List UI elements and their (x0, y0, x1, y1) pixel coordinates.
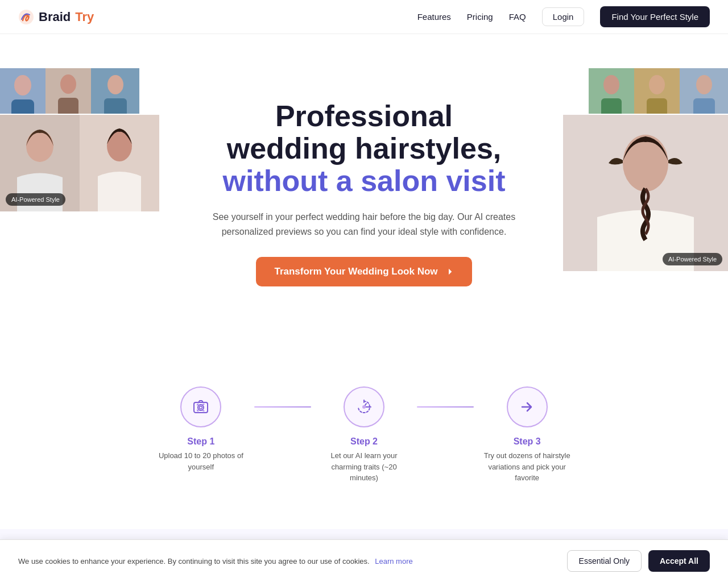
step-1-desc: Upload 10 to 20 photos of yourself (155, 450, 246, 472)
svg-rect-6 (58, 98, 78, 114)
svg-rect-9 (104, 98, 127, 114)
login-button[interactable]: Login (542, 7, 585, 26)
left-photo-3 (91, 68, 139, 114)
svg-point-2 (14, 75, 31, 95)
hero-cta-button[interactable]: Transform Your Wedding Look Now (256, 257, 471, 286)
essential-only-button[interactable]: Essential Only (567, 550, 642, 572)
svg-rect-19 (647, 98, 667, 114)
hero-section: AI-Powered Style Professional wedding ha… (0, 34, 728, 352)
step-3-icon (507, 386, 548, 427)
svg-point-28 (362, 405, 366, 409)
right-photo-3 (680, 68, 728, 114)
nav-faq[interactable]: FAQ (509, 12, 526, 22)
learn-more-link[interactable]: Learn more (375, 557, 412, 566)
step-3: Step 3 Try out dozens of hairstyle varia… (474, 386, 580, 484)
step-3-num: Step 3 (514, 436, 541, 447)
logo-text: Braid (39, 10, 71, 24)
cookie-text: We use cookies to enhance your experienc… (18, 557, 567, 566)
svg-point-27 (200, 406, 202, 409)
svg-rect-22 (693, 98, 715, 114)
left-photo-4: AI-Powered Style (0, 115, 80, 211)
nav-cta-button[interactable]: Find Your Perfect Style (600, 6, 710, 27)
step-2-desc: Let our AI learn your charming traits (~… (318, 450, 410, 484)
cookie-buttons: Essential Only Accept All (567, 550, 710, 572)
logo-try: Try (75, 10, 94, 24)
svg-rect-25 (194, 402, 208, 413)
left-photos: AI-Powered Style (0, 68, 159, 211)
connector-2-3 (417, 406, 474, 408)
arrow-right-icon (444, 267, 454, 277)
ai-badge-right: AI-Powered Style (663, 253, 722, 265)
accept-all-button[interactable]: Accept All (648, 550, 710, 572)
step-1-num: Step 1 (187, 436, 214, 447)
step-3-desc: Try out dozens of hairstyle variations a… (482, 450, 573, 484)
svg-rect-16 (601, 98, 622, 114)
steps-row: Step 1 Upload 10 to 20 photos of yoursel… (148, 386, 580, 484)
right-photos: AI-Powered Style (563, 68, 728, 271)
steps-section: Step 1 Upload 10 to 20 photos of yoursel… (0, 352, 728, 529)
cookie-banner: We use cookies to enhance your experienc… (0, 539, 728, 582)
svg-point-5 (60, 74, 76, 94)
svg-point-21 (696, 75, 712, 94)
left-photo-2 (46, 68, 91, 114)
svg-rect-3 (11, 99, 34, 114)
ai-badge-left: AI-Powered Style (6, 193, 65, 206)
step-1-icon (180, 386, 221, 427)
right-photo-1 (589, 68, 634, 114)
hero-content: Professional wedding hairstyles, without… (205, 100, 523, 287)
nav-links: Features Pricing FAQ Login Find Your Per… (417, 6, 710, 27)
right-photo-4: AI-Powered Style (563, 115, 728, 271)
hero-description: See yourself in your perfect wedding hai… (205, 210, 523, 239)
left-photo-1 (0, 68, 46, 114)
step-2-icon (344, 386, 384, 427)
svg-point-8 (107, 75, 123, 94)
nav-features[interactable]: Features (417, 12, 451, 22)
step-2: Step 2 Let our AI learn your charming tr… (311, 386, 417, 484)
logo[interactable]: BraidTry (18, 9, 94, 25)
right-photo-2 (634, 68, 680, 114)
left-photo-5 (80, 115, 159, 211)
hero-title: Professional wedding hairstyles, without… (205, 100, 523, 198)
step-1: Step 1 Upload 10 to 20 photos of yoursel… (148, 386, 254, 472)
step-2-num: Step 2 (350, 436, 378, 447)
nav-pricing[interactable]: Pricing (467, 12, 493, 22)
svg-point-15 (603, 75, 619, 94)
navbar: BraidTry Features Pricing FAQ Login Find… (0, 0, 728, 34)
svg-point-18 (649, 75, 665, 94)
svg-point-24 (623, 135, 668, 192)
connector-1-2 (254, 406, 311, 408)
svg-point-11 (26, 130, 53, 162)
